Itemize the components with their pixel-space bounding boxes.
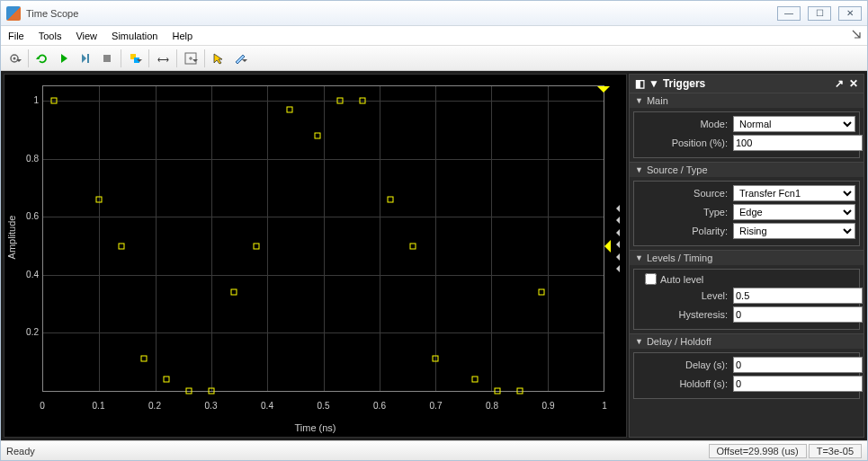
statusbar: Ready Offset=29.998 (us) T=3e-05 [1,440,867,460]
data-point [388,196,394,202]
menu-help[interactable]: Help [172,31,192,41]
x-tick-label: 0.7 [430,401,443,411]
data-point [51,98,58,104]
triggers-panel: ◧ ▼ Triggers ↗ ✕ ▼Main Mode: Normal Posi… [629,74,864,438]
y-tick-label: 0.2 [26,327,39,337]
auto-level-label: Auto level [660,274,703,285]
mode-label: Mode: [638,119,728,129]
data-point [410,243,416,249]
expand-menu-icon[interactable] [851,29,862,40]
play-icon[interactable] [54,49,74,68]
menu-simulation[interactable]: Simulation [112,31,157,41]
data-point [471,377,478,383]
data-point [360,98,366,104]
holdoff-input[interactable] [733,376,863,392]
chart-canvas[interactable] [42,75,604,399]
hysteresis-input[interactable] [733,306,863,323]
x-tick-label: 0 [40,401,45,411]
find-icon[interactable]: ⟷ [153,49,173,68]
y-tick-label: 0.6 [26,211,39,221]
position-label: Position (%): [638,137,728,148]
triggers-panel-title: Triggers [663,77,829,90]
section-source: Source: Transfer Fcn1 Type: Edge Polarit… [633,181,860,246]
hysteresis-label: Hysteresis: [638,309,728,320]
delay-input[interactable] [733,357,863,373]
plot-area: Amplitude 0.20.40.60.81 00.10.20.30.40.5… [4,74,627,438]
x-tick-label: 0.4 [261,401,273,411]
data-point [315,132,321,138]
menu-view[interactable]: View [76,31,97,41]
highlight-icon[interactable] [125,49,145,68]
level-label: Level: [638,290,728,301]
x-tick-label: 0.8 [486,401,498,411]
level-input[interactable] [733,288,863,304]
x-axis: 00.10.20.30.40.50.60.70.80.91 Time (ns) [4,399,626,437]
content-area: Amplitude 0.20.40.60.81 00.10.20.30.40.5… [1,71,867,440]
section-main: Mode: Normal Position (%): [633,111,860,158]
data-point [516,388,523,395]
titlebar: Time Scope — ☐ ✕ [1,1,867,26]
auto-level-checkbox[interactable] [645,273,657,285]
holdoff-label: Holdoff (s): [638,378,728,389]
section-source-header[interactable]: ▼Source / Type [630,162,864,177]
mode-select[interactable]: Normal [733,116,855,132]
data-point [141,356,148,362]
y-tick-label: 1 [33,95,39,105]
undock-icon[interactable]: ↗ [835,77,844,90]
close-button[interactable]: ✕ [838,6,862,21]
x-ticks: 00.10.20.30.40.50.60.70.80.91 [42,399,604,422]
x-tick-label: 0.9 [542,401,555,411]
zoom-in-icon[interactable] [181,49,201,68]
data-point [96,196,103,202]
polarity-label: Polarity: [638,226,728,236]
app-icon [6,6,21,21]
data-point [287,106,293,112]
svg-point-1 [13,57,16,59]
polarity-select[interactable]: Rising [733,223,855,239]
cursor-icon[interactable] [209,49,228,68]
section-delay: Delay (s): Holdoff (s): [633,352,860,399]
svg-rect-5 [134,58,139,63]
type-select[interactable]: Edge [733,204,855,220]
x-tick-label: 0.3 [205,401,218,411]
trigger-position-marker[interactable] [597,86,610,99]
maximize-button[interactable]: ☐ [808,6,831,21]
section-delay-header[interactable]: ▼Delay / Holdoff [630,333,864,349]
restart-icon[interactable] [32,49,52,68]
trigger-level-marker[interactable] [598,240,611,253]
dock-icon: ◧ [635,77,645,90]
source-select[interactable]: Transfer Fcn1 [733,185,855,201]
triggers-panel-header[interactable]: ◧ ▼ Triggers ↗ ✕ [630,75,864,93]
section-main-header[interactable]: ▼Main [630,93,864,108]
data-point [119,243,125,249]
svg-rect-3 [103,55,111,62]
data-point [433,356,439,362]
position-input[interactable] [733,135,863,151]
y-tick-label: 0.8 [26,153,39,163]
window-buttons: — ☐ ✕ [777,6,862,21]
settings-icon[interactable] [4,49,24,68]
menubar: File Tools View Simulation Help [1,26,867,46]
x-tick-label: 0.1 [93,401,105,411]
x-tick-label: 0.5 [318,401,330,411]
menu-file[interactable]: File [8,31,24,41]
chart-box [42,85,604,392]
section-levels-header[interactable]: ▼Levels / Timing [630,250,864,265]
status-ready: Ready [6,446,707,457]
data-point [337,98,344,104]
close-panel-icon[interactable]: ✕ [849,77,858,90]
annotate-icon[interactable] [230,49,250,68]
stop-icon[interactable] [97,49,117,68]
status-offset: Offset=29.998 (us) [709,444,807,458]
edge-marks [613,86,620,391]
data-point [253,243,259,249]
x-tick-label: 1 [602,401,607,411]
data-point [185,388,192,395]
y-axis-label: Amplitude [4,75,19,399]
plot-inner: Amplitude 0.20.40.60.81 [4,75,626,399]
step-icon[interactable] [76,49,95,68]
toolbar: ⟷ [1,46,867,71]
menu-tools[interactable]: Tools [39,31,62,41]
minimize-button[interactable]: — [777,6,801,21]
app-window: Time Scope — ☐ ✕ File Tools View Simulat… [0,0,868,461]
